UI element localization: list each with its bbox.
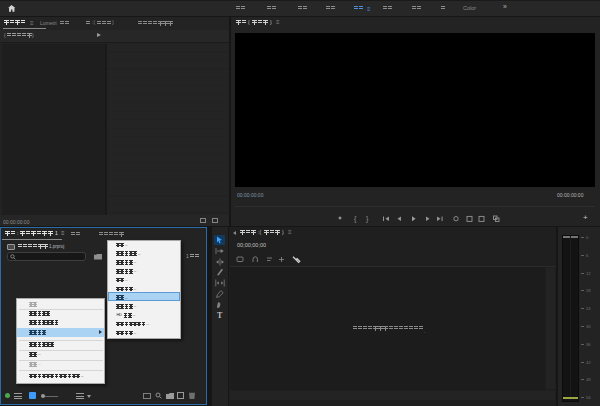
- svg-text:}: }: [366, 215, 369, 223]
- svg-text:{: {: [354, 215, 357, 223]
